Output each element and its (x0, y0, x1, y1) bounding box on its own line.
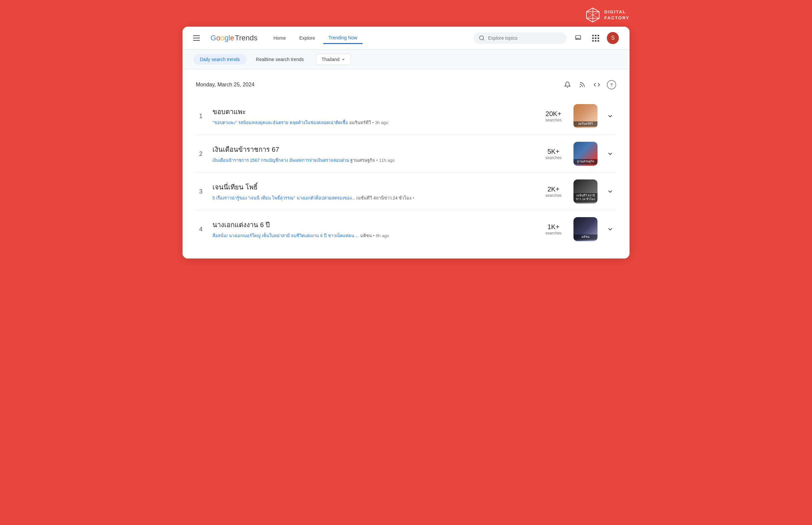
svg-line-5 (593, 12, 599, 15)
trend-item: 4 นางเอกแต่งงาน 6 ปี ลือสนั่น! นางเอกเบอ… (196, 210, 616, 248)
trend-content: นางเอกแต่งงาน 6 ปี ลือสนั่น! นางเอกเบอร์… (212, 220, 533, 239)
main-card: Google Trends Home Explore Trending Now (182, 27, 630, 258)
svg-line-6 (586, 15, 593, 18)
trend-searches-label: searches (540, 193, 567, 198)
trend-content: เงินเดือนข้าราชการ 67 เงินเดือนข้าราชการ… (212, 144, 533, 164)
trend-thumbnail: อมรินทร์ทีวี (573, 104, 598, 128)
trend-rank: 3 (196, 188, 206, 195)
code-icon-btn[interactable] (592, 80, 601, 89)
nav-explore[interactable]: Explore (294, 33, 320, 43)
trend-item: 2 เงินเดือนข้าราชการ 67 เงินเดือนข้าราชก… (196, 135, 616, 173)
trend-content: เจนนี่เทียน โพธิ์ 5 เรื่องราวน่ารู้ของ "… (212, 182, 533, 201)
trend-thumbnail: ฐานเศรษฐกิจ (573, 142, 598, 166)
svg-point-10 (580, 86, 581, 87)
trend-source: เนชั่นทีวี สถานีข่าว 24 ชั่วโมง (356, 195, 411, 200)
content-area: Monday, March 25, 2024 (182, 70, 630, 258)
trend-article-link[interactable]: 5 เรื่องราวน่ารู้ของ "เจนนี่ เทียน โพธิ์… (212, 195, 355, 200)
bell-icon-btn[interactable] (563, 80, 572, 89)
trend-title: เจนนี่เทียน โพธิ์ (212, 182, 533, 193)
trend-article-link[interactable]: ลือสนั่น! นางเอกเบอร์ใหญ่ เซ็นใบหย่าสามี… (212, 233, 359, 238)
tab-daily-search[interactable]: Daily search trends (193, 54, 246, 65)
chevron-down-icon (607, 113, 614, 119)
date-row: Monday, March 25, 2024 (196, 80, 616, 89)
trend-item: 3 เจนนี่เทียน โพธิ์ 5 เรื่องราวน่ารู้ของ… (196, 173, 616, 210)
trend-count: 1K+ (540, 223, 567, 231)
date-actions: ? (563, 80, 616, 89)
nav-home[interactable]: Home (268, 33, 291, 43)
feedback-icon (575, 35, 582, 41)
rss-icon-btn[interactable] (577, 80, 587, 89)
chevron-down-icon (607, 188, 614, 195)
tab-realtime-search[interactable]: Realtime search trends (249, 54, 311, 65)
nav-links: Home Explore Trending Now (268, 32, 463, 44)
brand-logo-text: DIGITAL FACTORY (604, 9, 630, 21)
trend-count: 20K+ (540, 110, 567, 118)
trend-article-link[interactable]: "ขอบตาแพะ" รสนิยมหลงยุคและอันตราย หลุดค้… (212, 120, 348, 125)
diamond-factory-icon (585, 7, 601, 23)
trend-subtitle: ลือสนั่น! นางเอกเบอร์ใหญ่ เซ็นใบหย่าสามี… (212, 232, 533, 239)
trend-subtitle: เงินเดือนข้าราชการ 2567 กรมบัญชีกลาง อัพ… (212, 157, 533, 164)
tabs-bar: Daily search trends Realtime search tren… (182, 50, 630, 70)
trend-title: นางเอกแต่งงาน 6 ปี (212, 220, 533, 230)
svg-line-4 (586, 12, 593, 15)
google-trends-logo: Google Trends (211, 34, 258, 42)
trend-time-ago: 6h ago (376, 233, 389, 238)
trend-source: มติชน (360, 233, 372, 238)
nav-trending-now[interactable]: Trending Now (323, 32, 363, 44)
trends-list: 1 ขอบตาแพะ "ขอบตาแพะ" รสนิยมหลงยุคและอัน… (196, 97, 616, 248)
thumbnail-label: มติชน (573, 235, 598, 240)
trend-rank: 2 (196, 150, 206, 158)
trend-searches-label: searches (540, 231, 567, 236)
trend-searches: 1K+ searches (540, 223, 567, 236)
date-label: Monday, March 25, 2024 (196, 82, 255, 88)
trend-title: ขอบตาแพะ (212, 106, 533, 117)
apps-grid-icon (592, 35, 599, 42)
chevron-down-icon (607, 150, 614, 157)
search-input[interactable] (488, 35, 561, 41)
trend-count: 2K+ (540, 185, 567, 193)
trend-article-link[interactable]: เงินเดือนข้าราชการ 2567 กรมบัญชีกลาง อัพ… (212, 158, 349, 163)
expand-button[interactable] (604, 223, 616, 235)
chevron-down-icon (341, 57, 345, 61)
trend-thumbnail: เนชั่นทีวี สถานีข่าว 24 ชั่วโมง (573, 179, 598, 204)
user-avatar[interactable]: S (607, 32, 619, 44)
svg-line-7 (593, 15, 599, 18)
country-label: Thailand (321, 57, 340, 62)
country-selector[interactable]: Thailand (316, 54, 351, 65)
nav-right: S (473, 32, 619, 44)
trend-source: อมรินทร์ทีวี (349, 120, 371, 125)
trend-time: • (413, 195, 414, 200)
search-bar[interactable] (473, 32, 567, 44)
trend-title: เงินเดือนข้าราชการ 67 (212, 144, 533, 155)
trend-searches: 20K+ searches (540, 110, 567, 122)
trend-searches: 5K+ searches (540, 148, 567, 160)
trend-time: • (372, 120, 375, 125)
svg-point-8 (479, 36, 483, 40)
thumbnail-label: อมรินทร์ทีวี (573, 121, 598, 127)
feedback-button[interactable] (572, 32, 584, 44)
thumbnail-label: เนชั่นทีวี สถานีข่าว 24 ชั่วโมง (573, 193, 598, 202)
trend-item: 1 ขอบตาแพะ "ขอบตาแพะ" รสนิยมหลงยุคและอัน… (196, 97, 616, 135)
trend-searches-label: searches (540, 155, 567, 160)
thumbnail-label: ฐานเศรษฐกิจ (573, 159, 598, 164)
trend-count: 5K+ (540, 148, 567, 155)
help-icon-btn[interactable]: ? (607, 80, 616, 89)
trend-subtitle: "ขอบตาแพะ" รสนิยมหลงยุคและอันตราย หลุดค้… (212, 119, 533, 126)
trend-time-ago: 3h ago (375, 120, 388, 125)
trend-time-ago: 11h ago (379, 158, 395, 163)
trend-subtitle: 5 เรื่องราวน่ารู้ของ "เจนนี่ เทียน โพธิ์… (212, 194, 533, 201)
expand-button[interactable] (604, 110, 616, 122)
hamburger-menu[interactable] (193, 35, 200, 41)
brand-logo: DIGITAL FACTORY (585, 7, 630, 23)
code-icon (593, 81, 600, 88)
expand-button[interactable] (604, 148, 616, 160)
trend-rank: 1 (196, 113, 206, 120)
trend-searches-label: searches (540, 118, 567, 122)
rss-icon (579, 81, 586, 88)
expand-button[interactable] (604, 185, 616, 197)
trend-time: • (376, 158, 379, 163)
trend-rank: 4 (196, 226, 206, 233)
navbar: Google Trends Home Explore Trending Now (182, 27, 630, 50)
apps-button[interactable] (589, 32, 601, 44)
chevron-down-icon (607, 226, 614, 232)
